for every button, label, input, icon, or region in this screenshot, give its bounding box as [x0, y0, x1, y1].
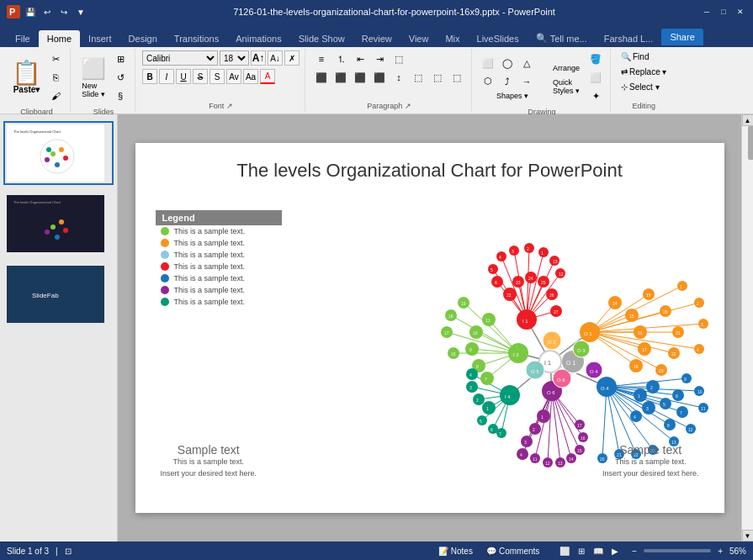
zoom-in-button[interactable]: + — [714, 546, 726, 557]
find-button[interactable]: 🔍 Find — [618, 50, 652, 63]
tab-animations[interactable]: Animations — [227, 30, 289, 47]
justify-button[interactable]: ⬛ — [370, 69, 389, 86]
bullets-button[interactable]: ≡ — [312, 50, 331, 67]
italic-button[interactable]: I — [159, 69, 174, 84]
shadow-button[interactable]: S — [209, 69, 225, 84]
slide-thumb-2[interactable]: 2 The levels Organizational Chart — [3, 192, 114, 256]
copy-button[interactable]: ⎘ — [46, 69, 65, 86]
align-text-button[interactable]: ⬚ — [428, 69, 447, 86]
tab-slideshow[interactable]: Slide Show — [290, 30, 353, 47]
line-spacing-button[interactable]: ↕ — [390, 69, 408, 86]
shapes-button[interactable]: Shapes ▾ — [496, 92, 528, 100]
layout-button[interactable]: ⊞ — [111, 50, 130, 67]
svg-text:25: 25 — [541, 280, 546, 285]
arrange-button[interactable]: Arrange — [548, 60, 585, 77]
tab-liveslides[interactable]: LiveSlides — [469, 30, 528, 47]
tab-account[interactable]: Farshad L... — [596, 30, 662, 47]
slideshow-button[interactable]: ▶ — [608, 546, 622, 557]
undo-icon[interactable]: ↩ — [40, 5, 54, 18]
shape-3[interactable]: △ — [517, 55, 536, 72]
normal-view-button[interactable]: ⬜ — [556, 546, 573, 557]
shape-effects-button[interactable]: ✦ — [586, 87, 605, 104]
tab-share[interactable]: Share — [661, 29, 703, 45]
slide-thumb-1[interactable]: 1 The levels Organizational Chart — [3, 121, 114, 185]
legend-color-dot — [161, 286, 169, 294]
font-size-select[interactable]: 18 — [220, 50, 249, 66]
shape-fill-button[interactable]: 🪣 — [586, 50, 605, 67]
reading-view-button[interactable]: 📖 — [590, 546, 607, 557]
select-button[interactable]: ⊹ Select ▾ — [618, 81, 663, 93]
direction-button[interactable]: ⬚ — [409, 69, 427, 86]
tab-mix[interactable]: Mix — [437, 30, 468, 47]
vertical-scrollbar[interactable]: ▲ ▼ — [741, 114, 753, 542]
shape-outline-button[interactable]: ⬜ — [586, 69, 605, 86]
font-name-select[interactable]: Calibri — [142, 50, 218, 66]
shape-1[interactable]: ⬜ — [479, 55, 497, 72]
tab-review[interactable]: Review — [353, 30, 400, 47]
clear-format-button[interactable]: ✗ — [284, 50, 300, 66]
shape-6[interactable]: → — [517, 73, 536, 90]
char-spacing-button[interactable]: Av — [226, 69, 241, 84]
save-icon[interactable]: 💾 — [24, 5, 37, 18]
svg-text:5: 5 — [491, 267, 493, 272]
paste-label[interactable]: Paste ▾ — [13, 85, 40, 94]
svg-point-5 — [50, 151, 56, 156]
maximize-button[interactable]: □ — [718, 6, 729, 18]
svg-text:26: 26 — [549, 293, 554, 298]
tab-file[interactable]: File — [7, 30, 39, 47]
align-left-button[interactable]: ⬛ — [312, 69, 331, 86]
tab-transitions[interactable]: Transitions — [166, 30, 227, 47]
close-button[interactable]: ✕ — [734, 6, 746, 18]
tab-tell-me[interactable]: 🔍 Tell me... — [528, 29, 596, 47]
case-button[interactable]: Aa — [243, 69, 258, 84]
svg-text:SlideFab: SlideFab — [32, 292, 59, 299]
svg-text:19: 19 — [461, 301, 466, 306]
font-grow-button[interactable]: A↑ — [251, 50, 266, 66]
decrease-indent-button[interactable]: ⇤ — [351, 50, 369, 67]
quick-styles-button[interactable]: QuickStyles ▾ — [548, 78, 585, 95]
customize-icon[interactable]: ▼ — [74, 5, 87, 18]
align-center-button[interactable]: ⬛ — [331, 69, 350, 86]
scroll-thumb[interactable] — [748, 126, 754, 160]
increase-indent-button[interactable]: ⇥ — [370, 50, 389, 67]
tab-insert[interactable]: Insert — [80, 30, 120, 47]
comments-button[interactable]: 💬 Comments — [483, 546, 543, 557]
scroll-up-button[interactable]: ▲ — [742, 114, 754, 126]
new-slide-button[interactable]: ⬜ NewSlide ▾ — [77, 55, 109, 100]
numbering-button[interactable]: ⒈ — [331, 50, 350, 67]
shape-4[interactable]: ⬡ — [479, 73, 497, 90]
redo-icon[interactable]: ↪ — [57, 5, 71, 18]
paste-button[interactable]: 📋 Paste ▾ — [8, 60, 45, 96]
svg-point-229 — [482, 401, 496, 415]
tab-view[interactable]: View — [400, 30, 437, 47]
zoom-slider[interactable] — [644, 549, 711, 552]
shape-2[interactable]: ◯ — [498, 55, 517, 72]
align-right-button[interactable]: ⬛ — [351, 69, 369, 86]
slide-title: The levels Organizational Chart for Powe… — [156, 160, 704, 182]
shape-5[interactable]: ⤴ — [498, 73, 517, 90]
underline-button[interactable]: U — [176, 69, 191, 84]
slide-view[interactable]: The levels Organizational Chart for Powe… — [135, 143, 724, 513]
tab-home[interactable]: Home — [39, 30, 80, 47]
svg-text:2: 2 — [527, 246, 529, 251]
reset-button[interactable]: ↺ — [111, 69, 130, 86]
zoom-out-button[interactable]: − — [628, 546, 640, 557]
notes-button[interactable]: 📝 Notes — [435, 546, 476, 557]
cut-button[interactable]: ✂ — [46, 50, 65, 67]
svg-point-8 — [55, 162, 60, 167]
bold-button[interactable]: B — [142, 69, 157, 84]
format-painter-button[interactable]: 🖌 — [46, 87, 65, 104]
convert-button[interactable]: ⬚ — [448, 69, 466, 86]
svg-point-103 — [465, 342, 479, 356]
columns-button[interactable]: ⬚ — [390, 50, 408, 67]
font-color-button[interactable]: A — [260, 69, 275, 84]
scroll-down-button[interactable]: ▼ — [742, 530, 754, 542]
section-button[interactable]: § — [111, 87, 130, 104]
slide-thumb-3[interactable]: 3 SlideFab — [3, 262, 114, 326]
slide-sorter-button[interactable]: ⊞ — [575, 546, 588, 557]
minimize-button[interactable]: ─ — [701, 6, 713, 18]
font-shrink-button[interactable]: A↓ — [268, 50, 283, 66]
replace-button[interactable]: ⇄ Replace ▾ — [618, 66, 670, 78]
tab-design[interactable]: Design — [120, 30, 166, 47]
strikethrough-button[interactable]: S — [193, 69, 208, 84]
